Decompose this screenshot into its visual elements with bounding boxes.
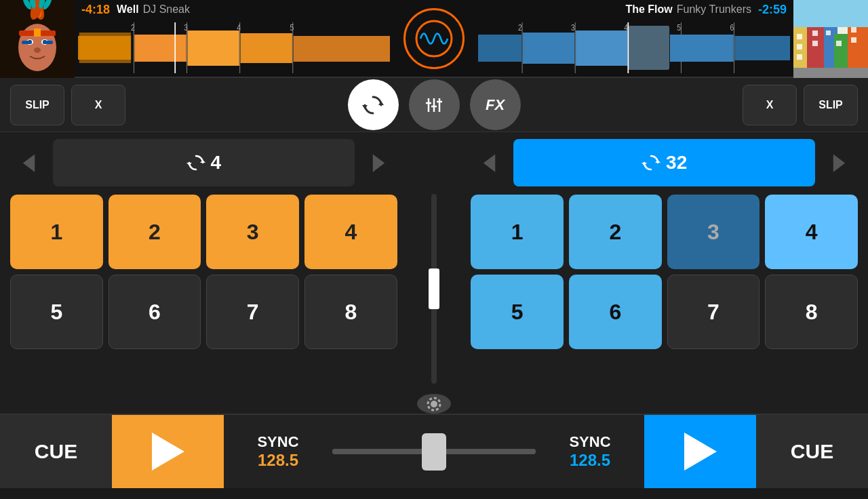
svg-rect-63	[797, 54, 802, 60]
x-button-right[interactable]: X	[743, 85, 797, 125]
svg-rect-30	[79, 33, 131, 63]
svg-rect-61	[797, 34, 802, 39]
toolbar-left: SLIP X	[0, 85, 125, 125]
sync-button[interactable]	[348, 79, 399, 130]
gear-button[interactable]	[417, 394, 451, 414]
sync-bpm-right: 128.5	[570, 451, 610, 470]
svg-rect-49	[523, 33, 574, 64]
svg-text:5: 5	[290, 23, 294, 32]
bottom-bar: CUE SYNC 128.5 CUE SYNC 128.5	[0, 414, 868, 488]
cue-button-right[interactable]: CUE	[756, 415, 868, 488]
play-icon-right	[684, 433, 717, 471]
left-pad-3[interactable]: 3	[206, 195, 299, 269]
sync-label-right: SYNC	[569, 433, 610, 451]
crossfader-track	[431, 194, 437, 384]
svg-marker-74	[362, 105, 368, 109]
left-pad-5[interactable]: 5	[10, 275, 103, 349]
slip-button-left[interactable]: SLIP	[10, 85, 64, 125]
left-loop-prev[interactable]	[10, 139, 47, 186]
right-time: -2:59	[758, 3, 787, 17]
album-art-left	[0, 0, 75, 78]
toolbar: SLIP X FX X SLIP	[0, 78, 868, 132]
svg-rect-69	[851, 27, 856, 33]
svg-text:5: 5	[677, 23, 681, 32]
play-button-right[interactable]	[644, 415, 756, 488]
svg-rect-72	[793, 68, 868, 78]
right-track-title: The Flow	[625, 3, 672, 16]
toolbar-right: X SLIP	[743, 85, 868, 125]
right-pad-5[interactable]: 5	[471, 275, 564, 349]
svg-marker-87	[484, 154, 496, 172]
svg-marker-81	[23, 154, 35, 172]
left-track-artist: DJ Sneak	[143, 3, 190, 16]
svg-rect-51	[628, 26, 669, 70]
svg-rect-48	[478, 35, 521, 62]
play-icon-left	[152, 433, 184, 471]
left-pad-4[interactable]: 4	[304, 195, 397, 269]
svg-point-17	[34, 47, 41, 53]
left-pad-6[interactable]: 6	[108, 275, 201, 349]
left-pad-2[interactable]: 2	[108, 195, 201, 269]
left-pad-8[interactable]: 8	[304, 275, 397, 349]
svg-rect-53	[670, 35, 734, 62]
right-pad-8[interactable]: 8	[765, 275, 858, 349]
left-track-section: -4:18 Well DJ Sneak 2 3 4 5	[75, 0, 393, 77]
right-pad-7[interactable]: 7	[667, 275, 760, 349]
svg-marker-89	[642, 163, 647, 165]
right-waveform: 2 3 4 5 6	[475, 19, 793, 77]
left-loop-row: 4	[10, 139, 397, 186]
deck-left: 4 1 2 3 4 5 6 7 8	[0, 132, 408, 414]
right-track-info: The Flow Funky Trunkers -2:59	[475, 0, 793, 19]
svg-text:2: 2	[131, 23, 135, 32]
svg-marker-82	[200, 160, 205, 163]
bottom-right: CUE SYNC 128.5	[536, 415, 868, 488]
right-loop-display: 32	[513, 139, 815, 186]
cue-button-left[interactable]: CUE	[0, 415, 112, 488]
right-loop-prev[interactable]	[471, 139, 508, 186]
left-pad-1[interactable]: 1	[10, 195, 103, 269]
right-pad-3[interactable]: 3	[667, 195, 760, 269]
svg-text:3: 3	[571, 23, 575, 32]
right-track-section: The Flow Funky Trunkers -2:59 2 3 4 5 6	[475, 0, 793, 77]
sync-section-left: SYNC 128.5	[224, 415, 332, 488]
svg-marker-90	[833, 154, 846, 172]
right-loop-next[interactable]	[821, 139, 858, 186]
fx-button[interactable]: FX	[470, 79, 521, 130]
right-pads-bottom: 5 6 7 8	[471, 275, 858, 349]
pitch-slider[interactable]	[332, 415, 536, 488]
svg-text:3: 3	[184, 23, 188, 32]
sync-section-right: SYNC 128.5	[536, 415, 644, 488]
center-logo	[393, 0, 475, 77]
crossfader-handle[interactable]	[429, 268, 439, 309]
deck-right: 32 1 2 3 4 5 6 7 8	[460, 132, 868, 414]
right-pad-6[interactable]: 6	[569, 275, 662, 349]
pitch-track	[332, 449, 536, 454]
center-column	[408, 132, 461, 414]
album-art-right	[793, 0, 868, 78]
svg-rect-15	[22, 41, 32, 44]
svg-rect-33	[241, 33, 292, 63]
pitch-handle[interactable]	[422, 433, 446, 471]
svg-rect-34	[294, 36, 390, 62]
svg-text:2: 2	[518, 23, 522, 32]
right-pad-4[interactable]: 4	[765, 195, 858, 269]
slip-button-right[interactable]: SLIP	[804, 85, 858, 125]
svg-rect-19	[34, 28, 41, 37]
left-track-title: Well	[117, 3, 139, 16]
main-area: 4 1 2 3 4 5 6 7 8	[0, 132, 868, 414]
right-pad-2[interactable]: 2	[569, 195, 662, 269]
left-time: -4:18	[81, 3, 110, 17]
svg-rect-54	[734, 36, 790, 60]
toolbar-center: FX	[348, 79, 521, 130]
sync-label-left: SYNC	[257, 433, 298, 451]
logo-circle	[403, 8, 465, 69]
svg-rect-68	[836, 41, 842, 46]
svg-rect-50	[576, 31, 627, 66]
right-pad-1[interactable]: 1	[471, 195, 564, 269]
play-button-left[interactable]	[112, 415, 224, 488]
mixer-button[interactable]	[409, 79, 460, 130]
left-pad-7[interactable]: 7	[206, 275, 299, 349]
left-loop-next[interactable]	[360, 139, 397, 186]
x-button-left[interactable]: X	[71, 85, 125, 125]
right-pads-top: 1 2 3 4	[471, 195, 858, 269]
